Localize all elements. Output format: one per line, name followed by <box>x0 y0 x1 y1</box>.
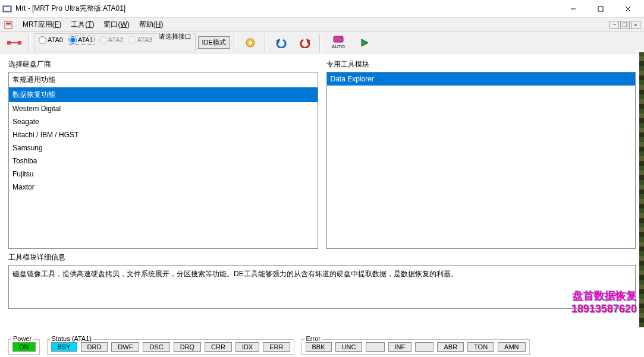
power-indicator: ON <box>12 342 36 352</box>
modules-title: 专用工具模块 <box>326 59 636 69</box>
modules-listbox[interactable]: Data Explorer <box>326 72 636 249</box>
vendors-title: 选择硬盘厂商 <box>8 59 318 69</box>
error-flag: UNC <box>335 342 363 352</box>
window-controls <box>560 0 642 18</box>
interface-legend: 请选择接口 <box>158 32 193 41</box>
window-title: Mrt - [MRT Pro Ultra完整版:ATA01] <box>15 4 560 14</box>
connect-icon[interactable] <box>4 34 25 52</box>
status-label: Status (ATA1) <box>50 335 93 342</box>
ide-mode-button[interactable]: IDE模式 <box>198 36 230 49</box>
error-flag: AMN <box>498 342 525 352</box>
error-flag: BBK <box>306 342 332 352</box>
error-flag <box>366 342 384 352</box>
interface-selector: ATA0 ATA1 ATA2 ATA3 请选择接口 <box>34 33 196 52</box>
radio-ata1[interactable]: ATA1 <box>68 36 95 45</box>
auto-icon[interactable]: AUTO <box>325 34 351 52</box>
maximize-button[interactable] <box>587 0 614 18</box>
svg-rect-10 <box>7 41 11 45</box>
menu-window[interactable]: 窗口(W) <box>99 18 134 31</box>
list-item[interactable]: Seagate <box>9 115 318 128</box>
minimize-button[interactable] <box>560 0 587 18</box>
status-flag: CRR <box>205 342 232 352</box>
mdi-restore-button[interactable]: ❐ <box>620 21 630 29</box>
gear-icon[interactable] <box>240 34 261 52</box>
toolbar-separator <box>29 34 31 52</box>
menu-mrt-app[interactable]: MRT应用(F) <box>18 18 66 31</box>
auto-label: AUTO <box>332 44 345 49</box>
toolbar-separator <box>319 34 322 52</box>
toolbar-separator <box>234 34 236 52</box>
menu-bar: MRT应用(F) 工具(T) 窗口(W) 帮助(H) － ❐ × <box>0 18 644 32</box>
error-flag: TON <box>467 342 494 352</box>
error-group: Error BBKUNC INF ABRTONAMN <box>301 339 530 355</box>
status-flag: BSY <box>51 342 77 352</box>
svg-rect-17 <box>334 36 343 42</box>
svg-rect-9 <box>6 26 11 26</box>
mdi-minimize-button[interactable]: － <box>610 21 619 29</box>
radio-ata2[interactable]: ATA2 <box>99 36 124 44</box>
svg-marker-18 <box>362 39 368 46</box>
detail-text: 磁盘镜像工具，提供高速硬盘拷贝，文件系统展开，分区搜索等功能。DE工具能够强力的… <box>8 265 636 309</box>
status-group: Status (ATA1) BSYDRDDWFDSCDRQCRRIDXERR <box>47 339 294 355</box>
status-flag: DRQ <box>174 342 201 352</box>
radio-ata3[interactable]: ATA3 <box>128 36 153 44</box>
svg-rect-3 <box>598 7 603 11</box>
status-bar: Power ON Status (ATA1) BSYDRDDWFDSCDRQCR… <box>8 339 636 355</box>
mdi-controls: － ❐ × <box>610 21 640 29</box>
main-content: 选择硬盘厂商 常规通用功能数据恢复功能Western DigitalSeagat… <box>0 53 644 249</box>
list-item[interactable]: 常规通用功能 <box>9 72 318 87</box>
status-flag: IDX <box>235 342 259 352</box>
status-flag: DWF <box>111 342 139 352</box>
app-icon <box>2 4 12 14</box>
error-flag: INF <box>388 342 412 352</box>
svg-rect-12 <box>18 41 21 45</box>
toolbar: ATA0 ATA1 ATA2 ATA3 请选择接口 IDE模式 AUTO <box>0 32 644 53</box>
power-label: Power <box>11 335 33 342</box>
redo-icon[interactable] <box>294 34 316 52</box>
title-bar: Mrt - [MRT Pro Ultra完整版:ATA01] <box>0 0 644 18</box>
list-item[interactable]: Western Digital <box>9 102 318 115</box>
list-item[interactable]: 数据恢复功能 <box>9 87 318 102</box>
background-strip <box>639 52 644 327</box>
vendors-listbox[interactable]: 常规通用功能数据恢复功能Western DigitalSeagateHitach… <box>8 72 318 249</box>
error-label: Error <box>304 335 322 342</box>
menu-tools[interactable]: 工具(T) <box>66 18 99 31</box>
undo-icon[interactable] <box>271 34 292 52</box>
list-item[interactable]: Hitachi / IBM / HGST <box>9 128 318 141</box>
svg-rect-8 <box>6 24 11 25</box>
toolbar-separator <box>265 34 267 52</box>
list-item[interactable]: Data Explorer <box>327 72 636 86</box>
play-icon[interactable] <box>354 34 375 52</box>
list-item[interactable]: Toshiba <box>9 154 318 168</box>
list-item[interactable]: Maxtor <box>9 181 318 194</box>
svg-rect-7 <box>6 23 11 24</box>
list-item[interactable]: Samsung <box>9 141 318 154</box>
detail-title: 工具模块详细信息 <box>8 252 636 263</box>
menu-help[interactable]: 帮助(H) <box>134 18 168 31</box>
status-flag: ERR <box>263 342 290 352</box>
radio-ata0[interactable]: ATA0 <box>39 36 63 44</box>
power-group: Power ON <box>8 339 40 355</box>
detail-section: 工具模块详细信息 磁盘镜像工具，提供高速硬盘拷贝，文件系统展开，分区搜索等功能。… <box>0 249 644 309</box>
svg-rect-1 <box>4 7 10 11</box>
status-flag: DRD <box>81 342 108 352</box>
doc-icon <box>4 20 13 30</box>
error-flag <box>415 342 433 352</box>
close-button[interactable] <box>614 0 642 18</box>
vendors-panel: 选择硬盘厂商 常规通用功能数据恢复功能Western DigitalSeagat… <box>8 59 318 249</box>
error-flag: ABR <box>437 342 464 352</box>
list-item[interactable]: Fujitsu <box>9 168 318 181</box>
svg-point-14 <box>249 41 252 44</box>
status-flag: DSC <box>143 342 169 352</box>
modules-panel: 专用工具模块 Data Explorer <box>326 59 636 249</box>
mdi-close-button[interactable]: × <box>631 21 640 29</box>
